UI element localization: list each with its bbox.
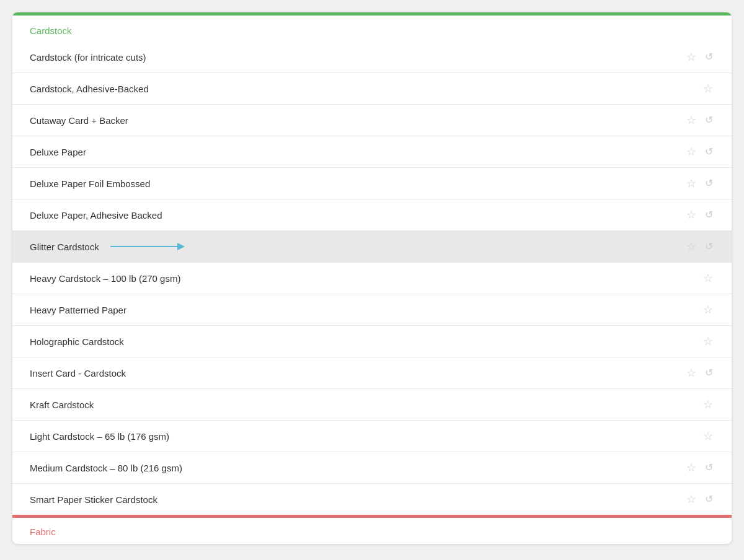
list-item[interactable]: Heavy Cardstock – 100 lb (270 gsm)☆ <box>12 262 732 294</box>
item-label: Glitter Cardstock <box>30 242 99 252</box>
item-label: Heavy Cardstock – 100 lb (270 gsm) <box>30 273 180 284</box>
star-button[interactable]: ☆ <box>685 366 698 380</box>
star-button[interactable]: ☆ <box>702 335 714 348</box>
refresh-button[interactable]: ↺ <box>704 114 714 126</box>
item-label: Deluxe Paper, Adhesive Backed <box>30 210 162 221</box>
item-label: Medium Cardstock – 80 lb (216 gsm) <box>30 463 182 473</box>
star-button[interactable]: ☆ <box>685 208 698 222</box>
item-label: Smart Paper Sticker Cardstock <box>30 494 157 505</box>
item-label: Deluxe Paper Foil Embossed <box>30 178 150 189</box>
items-list: Cardstock (for intricate cuts)☆↺Cardstoc… <box>12 42 732 515</box>
refresh-button[interactable]: ↺ <box>704 240 714 253</box>
fabric-section-header: Fabric <box>12 518 732 544</box>
star-button[interactable]: ☆ <box>685 461 698 475</box>
star-button[interactable]: ☆ <box>702 271 714 285</box>
list-item[interactable]: Cardstock, Adhesive-Backed☆ <box>12 72 732 104</box>
list-item[interactable]: Deluxe Paper, Adhesive Backed☆↺ <box>12 199 732 230</box>
main-card: Cardstock Cardstock (for intricate cuts)… <box>12 12 732 544</box>
refresh-button[interactable]: ↺ <box>704 209 714 221</box>
item-label: Light Cardstock – 65 lb (176 gsm) <box>30 431 169 442</box>
fabric-title: Fabric <box>30 527 56 537</box>
refresh-button[interactable]: ↺ <box>704 493 714 505</box>
item-label: Kraft Cardstock <box>30 400 94 410</box>
list-item[interactable]: Holographic Cardstock☆ <box>12 325 732 357</box>
star-button[interactable]: ☆ <box>702 82 714 95</box>
refresh-button[interactable]: ↺ <box>704 462 714 474</box>
list-item[interactable]: Glitter Cardstock☆↺ <box>12 230 732 262</box>
list-item[interactable]: Insert Card - Cardstock☆↺ <box>12 357 732 388</box>
list-item[interactable]: Heavy Patterned Paper☆ <box>12 294 732 325</box>
item-label: Cardstock (for intricate cuts) <box>30 52 146 63</box>
item-label: Cutaway Card + Backer <box>30 115 128 126</box>
star-button[interactable]: ☆ <box>702 303 714 317</box>
refresh-button[interactable]: ↺ <box>704 177 714 190</box>
list-item[interactable]: Deluxe Paper Foil Embossed☆↺ <box>12 167 732 199</box>
item-label: Holographic Cardstock <box>30 336 124 347</box>
list-item[interactable]: Kraft Cardstock☆ <box>12 388 732 420</box>
star-button[interactable]: ☆ <box>685 240 698 253</box>
item-label: Cardstock, Adhesive-Backed <box>30 84 149 94</box>
refresh-button[interactable]: ↺ <box>704 367 714 379</box>
star-button[interactable]: ☆ <box>685 145 698 159</box>
cardstock-section-header: Cardstock <box>12 15 732 42</box>
list-item[interactable]: Medium Cardstock – 80 lb (216 gsm)☆↺ <box>12 452 732 483</box>
star-button[interactable]: ☆ <box>685 113 698 127</box>
list-item[interactable]: Smart Paper Sticker Cardstock☆↺ <box>12 483 732 515</box>
star-button[interactable]: ☆ <box>685 177 698 190</box>
cardstock-title: Cardstock <box>30 25 72 36</box>
blue-arrow-icon <box>110 241 185 252</box>
refresh-button[interactable]: ↺ <box>704 51 714 63</box>
list-item[interactable]: Cardstock (for intricate cuts)☆↺ <box>12 42 732 72</box>
svg-marker-1 <box>177 243 185 250</box>
star-button[interactable]: ☆ <box>702 429 714 443</box>
item-label: Heavy Patterned Paper <box>30 305 126 315</box>
refresh-button[interactable]: ↺ <box>704 146 714 158</box>
list-item[interactable]: Deluxe Paper☆↺ <box>12 136 732 167</box>
item-label: Deluxe Paper <box>30 147 86 157</box>
item-label: Insert Card - Cardstock <box>30 368 126 378</box>
star-button[interactable]: ☆ <box>685 492 698 506</box>
list-item[interactable]: Cutaway Card + Backer☆↺ <box>12 104 732 136</box>
list-item[interactable]: Light Cardstock – 65 lb (176 gsm)☆ <box>12 420 732 452</box>
star-button[interactable]: ☆ <box>685 50 698 64</box>
star-button[interactable]: ☆ <box>702 398 714 411</box>
